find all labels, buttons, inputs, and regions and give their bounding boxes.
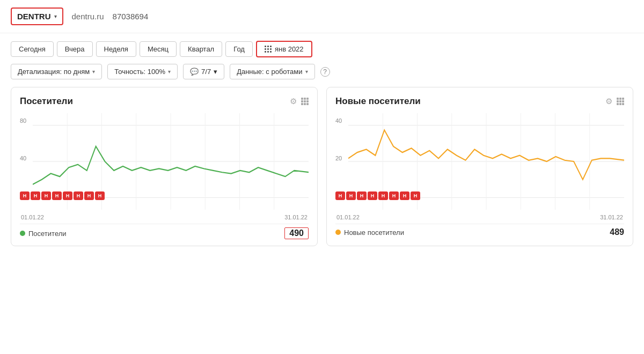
badge3: Н — [41, 191, 51, 200]
comment-icon: 💬 — [190, 68, 199, 76]
chart1-area: 80 40 Н Н Н — [20, 113, 309, 210]
c2-badge2: Н — [346, 191, 356, 200]
chart2-badges: Н Н Н Н Н Н Н Н — [335, 191, 420, 200]
chart1-actions: ⚙ — [290, 97, 309, 106]
chart1-y-mid: 40 — [20, 155, 26, 161]
chevron-comments-icon: ▾ — [214, 68, 217, 76]
chevron-down-icon: ▾ — [54, 13, 57, 19]
chart1-grid-icon[interactable] — [301, 98, 309, 105]
site-name: DENTRU — [17, 12, 51, 21]
chart1-y-max: 80 — [20, 117, 26, 124]
controls-row: Сегодня Вчера Неделя Месяц Квартал Год я… — [0, 33, 644, 62]
header: DENTRU ▾ dentru.ru 87038694 — [0, 0, 644, 33]
detail-label: Детализация: по дням — [18, 68, 90, 76]
chart2-actions: ⚙ — [605, 97, 624, 106]
c2-badge7: Н — [400, 191, 409, 200]
c2-badge5: Н — [378, 191, 388, 200]
chart1-title: Посетители — [20, 96, 73, 107]
detail-filter[interactable]: Детализация: по дням ▾ — [11, 64, 102, 79]
chart2-legend: Новые посетители — [335, 228, 404, 237]
badge1: Н — [20, 191, 30, 200]
c2-badge6: Н — [389, 191, 399, 200]
period-year[interactable]: Год — [225, 41, 253, 57]
chart2-legend-label: Новые посетители — [344, 228, 404, 237]
chart2-header: Новые посетители ⚙ — [335, 96, 624, 107]
chart2-gear-icon[interactable]: ⚙ — [605, 97, 612, 106]
chart2-dates: 01.01.22 31.01.22 — [335, 214, 624, 220]
chart2-title: Новые посетители — [335, 96, 421, 107]
date-range-label: янв 2022 — [275, 45, 304, 53]
comments-filter[interactable]: 💬 7/7 ▾ — [183, 64, 224, 79]
period-yesterday[interactable]: Вчера — [57, 41, 93, 57]
period-month[interactable]: Месяц — [140, 41, 177, 57]
calendar-icon — [265, 46, 272, 53]
chevron-detail-icon: ▾ — [92, 69, 95, 75]
chart1-legend: Посетители — [20, 230, 67, 238]
chevron-data-icon: ▾ — [305, 69, 308, 75]
data-label: Данные: с роботами — [237, 68, 302, 76]
chart2-y-max: 40 — [335, 117, 342, 124]
badge4: Н — [52, 191, 62, 200]
badge5: Н — [63, 191, 72, 200]
chart1-value: 490 — [284, 227, 309, 239]
site-selector[interactable]: DENTRU ▾ — [11, 8, 63, 25]
chart2-footer: Новые посетители 489 — [335, 224, 624, 237]
chart2-area: 40 20 Н Н Н — [335, 113, 624, 210]
chart2-date-end: 31.01.22 — [600, 214, 623, 220]
chart1-date-start: 01.01.22 — [21, 214, 44, 220]
c2-badge4: Н — [368, 191, 377, 200]
badge6: Н — [74, 191, 83, 200]
chart1-dates: 01.01.22 31.01.22 — [20, 214, 309, 220]
badge2: Н — [31, 191, 40, 200]
period-today[interactable]: Сегодня — [11, 41, 54, 57]
c2-badge3: Н — [357, 191, 367, 200]
chart2-y-mid: 20 — [335, 155, 342, 161]
period-quarter[interactable]: Квартал — [180, 41, 222, 57]
accuracy-label: Точность: 100% — [114, 68, 165, 76]
help-icon[interactable]: ? — [320, 67, 330, 77]
filters-row: Детализация: по дням ▾ Точность: 100% ▾ … — [0, 62, 644, 87]
site-id: 87038694 — [113, 12, 149, 21]
visitors-chart-card: Посетители ⚙ 80 40 — [11, 87, 318, 246]
chart2-legend-dot — [335, 230, 341, 235]
date-range-button[interactable]: янв 2022 — [256, 41, 312, 57]
badge7: Н — [84, 191, 94, 200]
data-filter[interactable]: Данные: с роботами ▾ — [230, 64, 314, 79]
comments-label: 7/7 — [201, 68, 211, 76]
chart2-date-start: 01.01.22 — [336, 214, 360, 220]
chart1-gear-icon[interactable]: ⚙ — [290, 97, 297, 106]
site-url: dentru.ru — [72, 12, 104, 21]
chart1-legend-dot — [20, 231, 25, 236]
chart1-footer: Посетители 490 — [20, 224, 309, 239]
accuracy-filter[interactable]: Точность: 100% ▾ — [107, 64, 178, 79]
charts-container: Посетители ⚙ 80 40 — [0, 87, 644, 257]
c2-badge8: Н — [411, 191, 420, 200]
chart2-grid-icon[interactable] — [617, 98, 624, 105]
chevron-accuracy-icon: ▾ — [168, 69, 171, 75]
chart1-legend-label: Посетители — [28, 230, 67, 238]
chart2-value: 489 — [610, 227, 624, 237]
period-week[interactable]: Неделя — [96, 41, 136, 57]
badge8: Н — [95, 191, 105, 200]
c2-badge1: Н — [335, 191, 345, 200]
chart1-date-end: 31.01.22 — [284, 214, 308, 220]
new-visitors-chart-card: Новые посетители ⚙ 40 20 — [326, 87, 633, 246]
chart1-header: Посетители ⚙ — [20, 96, 309, 107]
chart1-badges: Н Н Н Н Н Н Н Н — [20, 191, 105, 200]
